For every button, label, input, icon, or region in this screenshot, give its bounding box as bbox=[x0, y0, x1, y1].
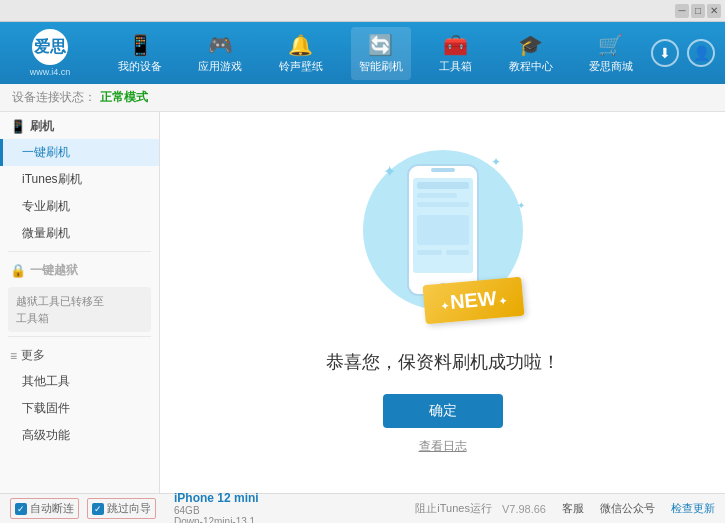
nav-shop[interactable]: 🛒 爱思商城 bbox=[581, 27, 641, 80]
user-action-btn[interactable]: 👤 bbox=[687, 39, 715, 67]
success-illustration: ✦ ✦ ✦ NEW bbox=[343, 150, 543, 330]
sidebar-item-other-tools[interactable]: 其他工具 bbox=[0, 368, 159, 395]
nav-shop-label: 爱思商城 bbox=[589, 59, 633, 74]
sidebar-divider-2 bbox=[8, 336, 151, 337]
flash-section-icon: 📱 bbox=[10, 119, 26, 134]
new-badge: NEW bbox=[422, 277, 524, 324]
sidebar-item-pro-flash[interactable]: 专业刷机 bbox=[0, 193, 159, 220]
itunes-status-label: 阻止iTunes运行 bbox=[415, 501, 492, 516]
more-section-icon: ≡ bbox=[10, 349, 17, 363]
svg-rect-7 bbox=[417, 215, 469, 245]
nav-my-device-label: 我的设备 bbox=[118, 59, 162, 74]
nav-ringtone[interactable]: 🔔 铃声壁纸 bbox=[271, 27, 331, 80]
sidebar: 📱 刷机 一键刷机 iTunes刷机 专业刷机 微量刷机 🔒 一键越狱 越狱工具… bbox=[0, 112, 160, 493]
bottom-left: ✓ 自动断连 ✓ 跳过向导 iPhone 12 mini 64GB Down-1… bbox=[10, 491, 405, 524]
success-text: 恭喜您，保资料刷机成功啦！ bbox=[326, 350, 560, 374]
title-bar: ─ □ ✕ bbox=[0, 0, 725, 22]
main-layout: 📱 刷机 一键刷机 iTunes刷机 专业刷机 微量刷机 🔒 一键越狱 越狱工具… bbox=[0, 112, 725, 493]
more-section-label: 更多 bbox=[21, 347, 45, 364]
sidebar-item-advanced[interactable]: 高级功能 bbox=[0, 422, 159, 449]
sparkle-1: ✦ bbox=[383, 162, 396, 181]
help-link[interactable]: 查看日志 bbox=[419, 438, 467, 455]
version-text: V7.98.66 bbox=[502, 503, 546, 515]
skip-wizard-check-mark: ✓ bbox=[92, 503, 104, 515]
skip-wizard-checkbox[interactable]: ✓ 跳过向导 bbox=[87, 498, 156, 519]
my-device-icon: 📱 bbox=[128, 33, 153, 57]
auto-disconnect-checkbox[interactable]: ✓ 自动断连 bbox=[10, 498, 79, 519]
sparkle-3: ✦ bbox=[517, 200, 525, 211]
check-update-btn[interactable]: 检查更新 bbox=[671, 501, 715, 516]
nav-my-device[interactable]: 📱 我的设备 bbox=[110, 27, 170, 80]
customer-service-link[interactable]: 客服 bbox=[562, 501, 584, 516]
nav-smart-flash[interactable]: 🔄 智能刷机 bbox=[351, 27, 411, 80]
bottom-bar: ✓ 自动断连 ✓ 跳过向导 iPhone 12 mini 64GB Down-1… bbox=[0, 493, 725, 523]
shop-icon: 🛒 bbox=[598, 33, 623, 57]
smart-flash-icon: 🔄 bbox=[368, 33, 393, 57]
device-info: iPhone 12 mini 64GB Down-12mini-13,1 bbox=[174, 491, 259, 524]
sidebar-item-itunes-flash[interactable]: iTunes刷机 bbox=[0, 166, 159, 193]
sidebar-flash-header: 📱 刷机 bbox=[0, 112, 159, 139]
jailbreak-lock-icon: 🔒 bbox=[10, 263, 26, 278]
svg-rect-4 bbox=[417, 182, 469, 189]
svg-rect-2 bbox=[431, 168, 455, 172]
svg-rect-6 bbox=[417, 202, 469, 207]
nav-items: 📱 我的设备 🎮 应用游戏 🔔 铃声壁纸 🔄 智能刷机 🧰 工具箱 🎓 教程中心… bbox=[100, 27, 651, 80]
nav-app-game[interactable]: 🎮 应用游戏 bbox=[190, 27, 250, 80]
svg-rect-9 bbox=[446, 250, 469, 255]
nav-toolbox[interactable]: 🧰 工具箱 bbox=[431, 27, 480, 80]
phone-svg bbox=[403, 160, 483, 300]
logo-url: www.i4.cn bbox=[30, 67, 71, 77]
auto-disconnect-check-mark: ✓ bbox=[15, 503, 27, 515]
sidebar-divider-1 bbox=[8, 251, 151, 252]
nav-app-game-label: 应用游戏 bbox=[198, 59, 242, 74]
sidebar-item-save-flash[interactable]: 微量刷机 bbox=[0, 220, 159, 247]
confirm-button[interactable]: 确定 bbox=[383, 394, 503, 428]
nav-tutorial-label: 教程中心 bbox=[509, 59, 553, 74]
close-btn[interactable]: ✕ bbox=[707, 4, 721, 18]
logo-icon: 爱思 bbox=[32, 29, 68, 65]
content-area: ✦ ✦ ✦ NEW 恭喜您，保资料刷机成功啦！ 确定 查看日志 bbox=[160, 112, 725, 493]
skip-wizard-label: 跳过向导 bbox=[107, 501, 151, 516]
sidebar-item-download-firmware[interactable]: 下载固件 bbox=[0, 395, 159, 422]
nav-tutorial[interactable]: 🎓 教程中心 bbox=[501, 27, 561, 80]
minimize-btn[interactable]: ─ bbox=[675, 4, 689, 18]
sidebar-item-one-click-flash[interactable]: 一键刷机 bbox=[0, 139, 159, 166]
toolbox-icon: 🧰 bbox=[443, 33, 468, 57]
bottom-right: V7.98.66 客服 微信公众号 检查更新 bbox=[502, 501, 715, 516]
download-action-btn[interactable]: ⬇ bbox=[651, 39, 679, 67]
ringtone-icon: 🔔 bbox=[288, 33, 313, 57]
nav-actions: ⬇ 👤 bbox=[651, 39, 725, 67]
status-bar: 设备连接状态： 正常模式 bbox=[0, 84, 725, 112]
top-nav: 爱思 www.i4.cn 📱 我的设备 🎮 应用游戏 🔔 铃声壁纸 🔄 智能刷机… bbox=[0, 22, 725, 84]
nav-toolbox-label: 工具箱 bbox=[439, 59, 472, 74]
nav-smart-flash-label: 智能刷机 bbox=[359, 59, 403, 74]
svg-rect-5 bbox=[417, 193, 457, 198]
itunes-status: 阻止iTunes运行 bbox=[415, 501, 492, 516]
status-label: 设备连接状态： bbox=[12, 89, 96, 106]
svg-rect-8 bbox=[417, 250, 442, 255]
sidebar-jailbreak-note: 越狱工具已转移至工具箱 bbox=[8, 287, 151, 332]
logo-area: 爱思 www.i4.cn bbox=[0, 29, 100, 77]
app-game-icon: 🎮 bbox=[208, 33, 233, 57]
tutorial-icon: 🎓 bbox=[518, 33, 543, 57]
status-value: 正常模式 bbox=[100, 89, 148, 106]
device-model: Down-12mini-13,1 bbox=[174, 516, 259, 524]
jailbreak-section-label: 一键越狱 bbox=[30, 262, 78, 279]
flash-section-label: 刷机 bbox=[30, 118, 54, 135]
nav-ringtone-label: 铃声壁纸 bbox=[279, 59, 323, 74]
sidebar-more-header: ≡ 更多 bbox=[0, 341, 159, 368]
maximize-btn[interactable]: □ bbox=[691, 4, 705, 18]
device-storage: 64GB bbox=[174, 505, 259, 516]
sidebar-jailbreak-header: 🔒 一键越狱 bbox=[0, 256, 159, 283]
auto-disconnect-label: 自动断连 bbox=[30, 501, 74, 516]
sparkle-2: ✦ bbox=[491, 155, 501, 169]
wechat-link[interactable]: 微信公众号 bbox=[600, 501, 655, 516]
